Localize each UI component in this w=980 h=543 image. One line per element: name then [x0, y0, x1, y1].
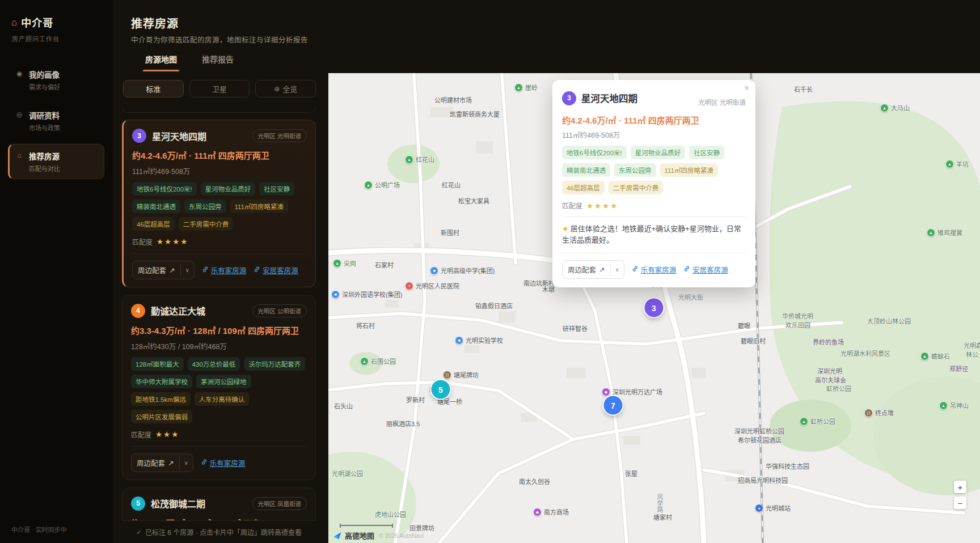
- map-brand: 高德地图: [345, 530, 374, 541]
- chevron-down-icon[interactable]: ∨: [179, 456, 193, 469]
- mode-overview-button[interactable]: ⊕全览: [255, 80, 316, 97]
- sidebar-item-sub: 市场与政策: [29, 123, 60, 132]
- zoom-out-button[interactable]: −: [954, 497, 966, 509]
- link-text: 安居客房源: [263, 265, 298, 275]
- mode-standard-button[interactable]: 标准: [123, 80, 184, 97]
- research-icon: ◎: [15, 109, 23, 118]
- district-chip: 光明区 凤凰街道: [252, 497, 307, 510]
- pro-tag: 地铁6号线仅200米!: [132, 182, 197, 196]
- link-text: 安居客房源: [692, 264, 728, 275]
- crosshair-icon: ⊕: [274, 85, 280, 93]
- con-tag: 46层超高层: [132, 217, 175, 231]
- card-header: 5松茂御城二期光明区 凤凰街道: [131, 497, 307, 511]
- map-marker-5[interactable]: 5: [432, 380, 450, 399]
- con-tag: 111㎡四房略紧凑: [660, 163, 718, 177]
- popup-tags: 地铁6号线仅200米!星河物业品质好社区安静精装南北通透东周公园旁111㎡四房略…: [562, 146, 746, 194]
- logo-house-icon: ⌂: [11, 18, 17, 27]
- close-icon[interactable]: ×: [744, 84, 749, 93]
- listing-title: 勤诚达正大城: [151, 304, 205, 317]
- zoom-in-button[interactable]: +: [954, 481, 966, 493]
- sidebar-item-sub: 需求与偏好: [29, 82, 60, 91]
- mode-label: 全览: [282, 83, 297, 94]
- link-icon: [202, 266, 209, 274]
- popup-review: ★居住体验之选！地铁最近+确认安静+星河物业，日常生活品质最好。: [562, 217, 746, 246]
- pro-tag: 地铁6号线仅200米!: [562, 146, 627, 159]
- match-stars: ★★★: [155, 430, 179, 439]
- pro-tag: 社区安静: [689, 146, 724, 159]
- nearby-facilities-label: 周边配套↗: [563, 261, 610, 278]
- pro-tag: 沃尔玛万达配套齐: [244, 357, 305, 371]
- listing-source-link[interactable]: 乐有家房源: [202, 265, 247, 275]
- app-root: ⌂ 中介哥 房产顾问工作台 ◉我的画像需求与偏好◎调研资料市场与政策⌂推荐房源匹…: [0, 0, 980, 543]
- sidebar-item-profile[interactable]: ◉我的画像需求与偏好: [8, 62, 104, 97]
- nearby-facilities-label: 周边配套↗: [132, 454, 179, 472]
- tab-report[interactable]: 推荐报告: [202, 53, 234, 71]
- con-tag: 111㎡四房略紧凑: [230, 200, 288, 213]
- listing-total-price: 111㎡约469-508万: [132, 166, 307, 176]
- sidebar-menu: ◉我的画像需求与偏好◎调研资料市场与政策⌂推荐房源匹配与对比: [0, 62, 112, 179]
- listing-list[interactable]: 3星河天地四期光明区 光明街道约4.2-4.6万/㎡ · 111㎡ 四房两厅两卫…: [122, 108, 316, 520]
- map-canvas[interactable]: ▲崖岭公明建材市场凯雷斯顿商务大厦石千长▲大马山▲红花山▲羊坑▲公明广场红花山松…: [328, 73, 980, 543]
- sidebar-item-label: 我的画像: [29, 69, 60, 80]
- map-marker-7[interactable]: 7: [604, 396, 623, 415]
- sidebar-item-label: 推荐房源: [29, 150, 60, 162]
- star-icon: ★: [562, 224, 569, 233]
- pro-tag: 星河物业品质好: [631, 146, 686, 159]
- pro-tag: 星河物业品质好: [201, 182, 256, 196]
- map-marker-3[interactable]: 3: [645, 299, 664, 317]
- card-actions: 周边配套↗∨乐有家房源: [131, 446, 307, 472]
- con-tag: 二手房需中介费: [179, 217, 234, 231]
- sidebar-item-text: 推荐房源匹配与对比: [29, 150, 60, 173]
- button-text: 周边配套: [568, 264, 596, 275]
- pro-tag: 社区安静: [259, 182, 294, 196]
- tab-map[interactable]: 房源地图: [145, 53, 177, 71]
- pro-tag: 华中师大附属学校: [131, 375, 192, 388]
- match-stars: ★★★★: [157, 237, 188, 246]
- profile-icon: ◉: [15, 69, 23, 78]
- card-header: 3星河天地四期光明区 光明街道: [132, 129, 307, 143]
- logo: ⌂ 中介哥: [0, 0, 112, 29]
- popup-title: 星河天地四期: [581, 91, 637, 105]
- button-text: 周边配套: [138, 265, 166, 275]
- listing-list-footer: ✓ 已标注 6 个房源 · 点击卡片中「周边」跳转高德查看: [122, 520, 316, 543]
- district-chip: 光明区 公明街道: [252, 304, 307, 317]
- sidebar-item-research[interactable]: ◎调研资料市场与政策: [8, 103, 104, 138]
- main-area: 推荐房源 中介哥为你筛选匹配的房源，地图标注与详细分析报告 房源地图推荐报告 标…: [112, 0, 980, 543]
- popup-header: 3 星河天地四期 光明区 光明街道: [562, 90, 746, 107]
- match-label: 匹配度: [132, 237, 153, 247]
- rank-badge: 5: [131, 497, 145, 511]
- nearby-facilities-button[interactable]: 周边配套↗∨: [131, 453, 193, 472]
- link-text: 乐有家房源: [211, 265, 247, 275]
- pro-tag: 128㎡面积最大: [131, 357, 184, 371]
- listing-card[interactable]: 5松茂御城二期光明区 凤凰街道约3.2-3.9万/㎡ · 89㎡ / 109㎡ …: [122, 487, 316, 521]
- chevron-down-icon[interactable]: ∨: [610, 263, 624, 276]
- listing-source-link[interactable]: 乐有家房源: [632, 264, 677, 275]
- pro-tag: 茅洲河公园绿地: [196, 375, 251, 388]
- nearby-facilities-button[interactable]: 周边配套↗∨: [562, 260, 624, 279]
- listing-title: 星河天地四期: [152, 129, 206, 143]
- map-copyright: © 2026 AutoNavi: [379, 532, 424, 539]
- check-icon: ✓: [136, 528, 142, 536]
- external-arrow-icon: ↗: [168, 459, 174, 467]
- page-subtitle: 中介哥为你筛选匹配的房源，地图标注与详细分析报告: [131, 34, 308, 45]
- rank-badge: 4: [131, 304, 145, 318]
- pro-tag: 精装南北通透: [562, 163, 610, 177]
- sidebar-item-recommend[interactable]: ⌂推荐房源匹配与对比: [8, 144, 104, 179]
- link-icon: [254, 266, 260, 274]
- listing-total-price: 128㎡约430万 / 109㎡约468万: [131, 341, 307, 351]
- chevron-down-icon[interactable]: ∨: [180, 264, 194, 277]
- listing-source-link[interactable]: 乐有家房源: [201, 457, 246, 468]
- listing-card[interactable]: 3星河天地四期光明区 光明街道约4.2-4.6万/㎡ · 111㎡ 四房两厅两卫…: [122, 120, 316, 287]
- con-tag: 二手房需中介费: [609, 181, 664, 194]
- map-mode-switch: 标准卫星⊕全览: [123, 80, 316, 97]
- listing-card[interactable]: 4勤诚达正大城光明区 公明街道约3.3-4.3万/㎡ · 128㎡ / 109㎡…: [122, 295, 316, 480]
- popup-price: 约4.2-4.6万/㎡ · 111㎡ 四房两厅两卫: [562, 114, 746, 126]
- listing-price: 约3.3-4.3万/㎡ · 128㎡ / 109㎡ 四房两厅两卫: [131, 325, 307, 337]
- listing-source-link[interactable]: 安居客房源: [683, 264, 728, 275]
- mode-satellite-button[interactable]: 卫星: [189, 80, 250, 97]
- con-tag: 公明片区发展偏弱: [131, 410, 192, 423]
- sidebar-footer-status: 中介哥 · 实时同步中: [11, 525, 67, 534]
- nearby-facilities-button[interactable]: 周边配套↗∨: [132, 261, 195, 279]
- previous-card-edge: [122, 108, 316, 113]
- listing-source-link[interactable]: 安居客房源: [254, 265, 298, 275]
